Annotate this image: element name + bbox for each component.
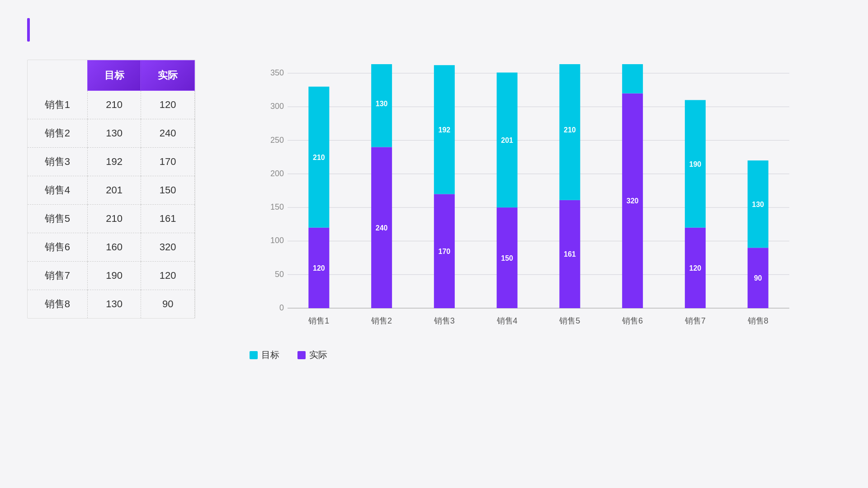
legend-actual: 实际 bbox=[297, 349, 327, 361]
bar-target-label: 130 bbox=[752, 201, 764, 208]
table-cell-actual: 120 bbox=[141, 261, 195, 290]
table-cell-target: 210 bbox=[87, 91, 141, 119]
bar-actual-label: 161 bbox=[564, 250, 576, 258]
y-tick-label: 300 bbox=[270, 102, 284, 111]
legend-target-label: 目标 bbox=[261, 349, 279, 361]
x-tick-label: 销售5 bbox=[559, 316, 580, 325]
table-cell-actual: 320 bbox=[141, 233, 195, 261]
y-tick-label: 50 bbox=[275, 270, 284, 279]
y-tick-label: 0 bbox=[279, 303, 284, 312]
y-tick-label: 150 bbox=[270, 202, 284, 211]
bar-actual-label: 120 bbox=[313, 264, 325, 272]
table-header-target: 目标 bbox=[87, 61, 141, 91]
table-cell-label: 销售5 bbox=[28, 204, 87, 233]
chart-area: 050100150200250300350120210销售1240130销售21… bbox=[222, 64, 841, 344]
title-accent-bar bbox=[27, 18, 30, 42]
table-header-actual: 实际 bbox=[141, 61, 195, 91]
bar-target-label: 130 bbox=[376, 100, 388, 108]
table-row: 销售1 210 120 bbox=[28, 91, 195, 119]
y-tick-label: 250 bbox=[270, 136, 284, 145]
table-cell-label: 销售6 bbox=[28, 233, 87, 261]
table-row: 销售3 192 170 bbox=[28, 147, 195, 176]
content-area: 目标 实际 销售1 210 120 销售2 130 240 销售3 192 17… bbox=[27, 60, 841, 361]
table-cell-target: 160 bbox=[87, 233, 141, 261]
bar-actual-label: 240 bbox=[376, 224, 388, 232]
data-table-container: 目标 实际 销售1 210 120 销售2 130 240 销售3 192 17… bbox=[27, 60, 195, 319]
table-cell-target: 201 bbox=[87, 176, 141, 204]
table-cell-target: 130 bbox=[87, 119, 141, 147]
bar-target-label: 192 bbox=[439, 126, 451, 134]
bar-actual-label: 120 bbox=[689, 264, 702, 272]
bar-actual-label: 150 bbox=[501, 254, 513, 262]
table-cell-target: 190 bbox=[87, 261, 141, 290]
chart-wrapper: 050100150200250300350120210销售1240130销售21… bbox=[222, 60, 841, 361]
table-row: 销售2 130 240 bbox=[28, 119, 195, 147]
table-cell-actual: 120 bbox=[141, 91, 195, 119]
table-cell-label: 销售2 bbox=[28, 119, 87, 147]
x-tick-label: 销售6 bbox=[622, 316, 643, 325]
bar-actual-label: 170 bbox=[439, 248, 451, 255]
bar-actual-label: 90 bbox=[754, 274, 762, 282]
x-tick-label: 销售3 bbox=[434, 316, 455, 325]
x-tick-label: 销售4 bbox=[496, 316, 518, 325]
bar-target-label: 190 bbox=[689, 160, 702, 168]
table-cell-actual: 161 bbox=[141, 204, 195, 233]
table-row: 销售8 130 90 bbox=[28, 290, 195, 318]
chart-svg: 050100150200250300350120210销售1240130销售21… bbox=[222, 64, 841, 344]
bar-target-label: 210 bbox=[564, 126, 576, 134]
table-cell-label: 销售8 bbox=[28, 290, 87, 318]
x-tick-label: 销售2 bbox=[371, 316, 392, 325]
table-cell-label: 销售1 bbox=[28, 91, 87, 119]
data-table: 目标 实际 销售1 210 120 销售2 130 240 销售3 192 17… bbox=[28, 60, 195, 318]
table-cell-label: 销售4 bbox=[28, 176, 87, 204]
table-cell-target: 192 bbox=[87, 147, 141, 176]
table-row: 销售4 201 150 bbox=[28, 176, 195, 204]
legend-actual-label: 实际 bbox=[309, 349, 327, 361]
table-cell-actual: 150 bbox=[141, 176, 195, 204]
table-cell-label: 销售7 bbox=[28, 261, 87, 290]
bar-target-label: 210 bbox=[313, 154, 325, 161]
table-cell-actual: 170 bbox=[141, 147, 195, 176]
table-header-empty bbox=[28, 61, 87, 91]
legend-target-box bbox=[250, 351, 258, 359]
table-row: 销售6 160 320 bbox=[28, 233, 195, 261]
table-cell-target: 130 bbox=[87, 290, 141, 318]
chart-legend: 目标 实际 bbox=[222, 349, 841, 361]
table-cell-actual: 240 bbox=[141, 119, 195, 147]
legend-actual-box bbox=[297, 351, 306, 359]
title-section bbox=[27, 18, 841, 42]
x-tick-label: 销售1 bbox=[308, 316, 329, 325]
y-tick-label: 350 bbox=[270, 68, 284, 77]
table-cell-target: 210 bbox=[87, 204, 141, 233]
bar-target bbox=[622, 64, 643, 94]
x-tick-label: 销售7 bbox=[684, 316, 706, 325]
table-row: 销售5 210 161 bbox=[28, 204, 195, 233]
bar-target-label: 201 bbox=[501, 136, 513, 144]
table-cell-label: 销售3 bbox=[28, 147, 87, 176]
table-row: 销售7 190 120 bbox=[28, 261, 195, 290]
x-tick-label: 销售8 bbox=[747, 316, 769, 325]
table-cell-actual: 90 bbox=[141, 290, 195, 318]
bar-actual-label: 320 bbox=[627, 197, 639, 205]
y-tick-label: 100 bbox=[270, 236, 284, 245]
y-tick-label: 200 bbox=[270, 169, 284, 178]
legend-target: 目标 bbox=[250, 349, 279, 361]
